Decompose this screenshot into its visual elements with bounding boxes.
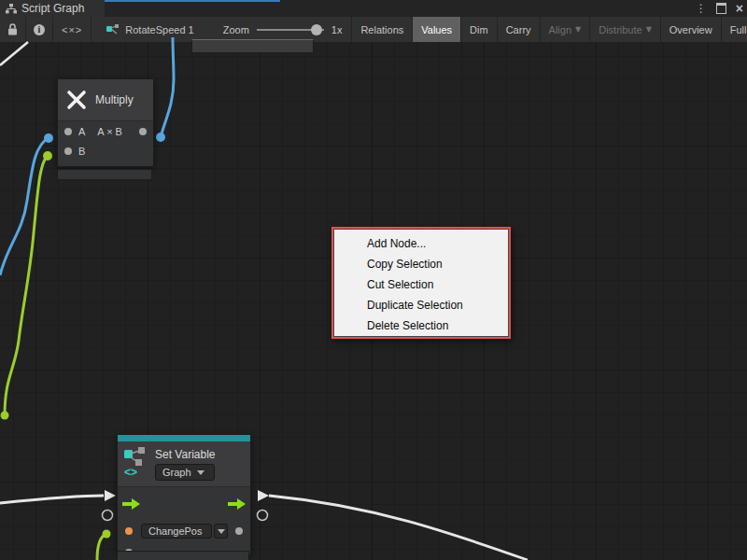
port-a-label: A (78, 126, 85, 137)
set-variable-icon: <> (123, 446, 149, 478)
wire-blue-input-a[interactable] (0, 138, 49, 275)
port-b-input[interactable] (64, 147, 72, 155)
variable-value-port[interactable] (125, 527, 133, 535)
svg-text:<>: <> (124, 466, 137, 478)
menu-item-cut-selection[interactable]: Cut Selection (333, 274, 509, 295)
variable-kind-dropdown[interactable]: Graph (155, 464, 215, 481)
set-variable-header[interactable]: <> Set Variable Graph (118, 441, 250, 487)
wire-cap-green-b[interactable] (43, 151, 52, 161)
multiply-node-header[interactable]: Multiply (58, 79, 153, 121)
port-result-output[interactable] (139, 128, 147, 135)
multiply-port-row-a: A A × B (58, 121, 153, 141)
wire-cap-green-bottom[interactable] (103, 530, 111, 539)
menu-item-copy-selection[interactable]: Copy Selection (333, 254, 509, 274)
variable-name-dropdown-arrow[interactable] (214, 524, 228, 539)
ring-port-right[interactable] (258, 511, 268, 521)
variable-name-dropdown[interactable]: ChangePos (141, 524, 212, 539)
multiply-node[interactable]: Multiply A A × B B (57, 78, 154, 167)
menu-item-duplicate-selection[interactable]: Duplicate Selection (333, 295, 509, 315)
wire-white-topleft[interactable] (0, 42, 28, 65)
chevron-down-icon (197, 470, 204, 475)
set-variable-node-footer (117, 551, 249, 560)
menu-item-add-node[interactable]: Add Node... (333, 233, 509, 254)
chevron-down-icon (218, 529, 225, 534)
wire-white-flow-out[interactable] (269, 496, 528, 560)
multiply-x-icon (65, 89, 88, 111)
wire-green-left[interactable] (5, 156, 48, 415)
set-variable-node[interactable]: <> Set Variable Graph (117, 434, 251, 555)
ring-port-left[interactable] (103, 511, 113, 521)
flow-out-triangle[interactable] (258, 490, 269, 501)
selection-highlight-bar (118, 435, 250, 441)
wire-cap-blue-out[interactable] (156, 133, 165, 142)
multiply-node-title: Multiply (95, 93, 134, 106)
set-variable-title: Set Variable (155, 448, 215, 461)
context-menu: Add Node... Copy Selection Cut Selection… (331, 227, 511, 339)
multiply-port-row-b: B (58, 141, 153, 166)
wire-cap-green-bottom-left[interactable] (1, 412, 9, 420)
set-variable-body: ChangePos (118, 487, 250, 554)
wire-white-flow-in[interactable] (0, 496, 104, 503)
multiply-node-footer (57, 169, 152, 180)
port-b-label: B (78, 146, 85, 157)
graph-title-field[interactable] (191, 39, 314, 53)
port-result-label: A × B (97, 126, 122, 137)
port-a-input[interactable] (64, 128, 72, 135)
wire-blue-output[interactable] (161, 37, 174, 137)
flow-in-triangle[interactable] (105, 490, 116, 501)
variable-output-port[interactable] (235, 527, 243, 535)
menu-item-delete-selection[interactable]: Delete Selection (333, 315, 509, 336)
flow-input-arrow[interactable] (122, 498, 140, 510)
flow-output-arrow[interactable] (228, 498, 246, 510)
wire-cap-blue-a[interactable] (44, 133, 53, 143)
script-graph-window: Script Graph ⋮ × i <×> RotateS (0, 0, 747, 560)
